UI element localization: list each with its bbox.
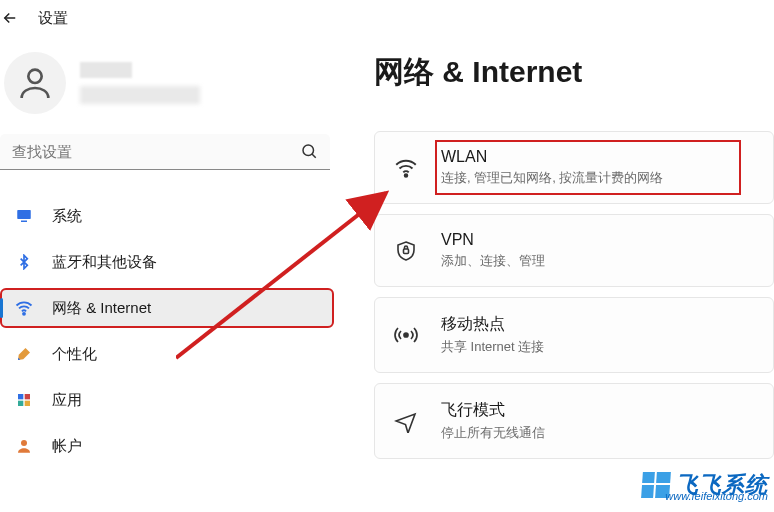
search-box[interactable] (0, 134, 330, 170)
airplane-icon (393, 409, 419, 433)
card-vpn[interactable]: VPN 添加、连接、管理 (374, 214, 774, 287)
back-icon[interactable] (0, 8, 20, 28)
nav-label: 系统 (52, 207, 82, 226)
nav-list: 系统 蓝牙和其他设备 网络 & Internet 个性化 (0, 196, 334, 466)
card-title: WLAN (441, 148, 663, 166)
svg-rect-5 (18, 394, 23, 399)
wifi-icon (14, 298, 34, 318)
monitor-icon (14, 206, 34, 226)
card-wlan[interactable]: WLAN 连接, 管理已知网络, 按流量计费的网络 (374, 131, 774, 204)
avatar (4, 52, 66, 114)
profile-name-redacted (80, 62, 200, 104)
app-title: 设置 (38, 9, 68, 28)
svg-point-1 (303, 145, 314, 156)
card-subtitle: 连接, 管理已知网络, 按流量计费的网络 (441, 169, 663, 187)
shield-lock-icon (393, 239, 419, 263)
bluetooth-icon (14, 252, 34, 272)
nav-label: 应用 (52, 391, 82, 410)
card-title: 飞行模式 (441, 400, 545, 421)
svg-point-12 (404, 333, 408, 337)
nav-label: 网络 & Internet (52, 299, 151, 318)
svg-rect-8 (25, 401, 30, 406)
search-input[interactable] (0, 134, 330, 170)
watermark-url: www.feifeixitong.com (665, 490, 768, 502)
card-airplane[interactable]: 飞行模式 停止所有无线通信 (374, 383, 774, 459)
svg-point-9 (21, 440, 27, 446)
nav-label: 蓝牙和其他设备 (52, 253, 157, 272)
svg-rect-6 (25, 394, 30, 399)
svg-point-4 (23, 313, 25, 315)
card-title: 移动热点 (441, 314, 544, 335)
nav-accounts[interactable]: 帐户 (0, 426, 334, 466)
brush-icon (14, 344, 34, 364)
nav-system[interactable]: 系统 (0, 196, 334, 236)
profile-block[interactable] (4, 52, 334, 114)
person-icon (14, 436, 34, 456)
svg-point-10 (405, 174, 408, 177)
watermark: 飞飞系统 www.feifeixitong.com (642, 470, 768, 500)
svg-rect-11 (404, 249, 409, 254)
card-subtitle: 添加、连接、管理 (441, 252, 545, 270)
sidebar: 系统 蓝牙和其他设备 网络 & Internet 个性化 (0, 34, 334, 466)
main-content: 网络 & Internet WLAN 连接, 管理已知网络, 按流量计费的网络 … (374, 34, 774, 466)
nav-label: 帐户 (52, 437, 82, 456)
wifi-icon (393, 155, 419, 181)
nav-bluetooth[interactable]: 蓝牙和其他设备 (0, 242, 334, 282)
nav-network[interactable]: 网络 & Internet (0, 288, 334, 328)
svg-rect-2 (17, 210, 31, 219)
apps-icon (14, 390, 34, 410)
card-title: VPN (441, 231, 545, 249)
nav-apps[interactable]: 应用 (0, 380, 334, 420)
svg-rect-7 (18, 401, 23, 406)
page-heading: 网络 & Internet (374, 52, 774, 93)
hotspot-icon (393, 323, 419, 347)
card-subtitle: 停止所有无线通信 (441, 424, 545, 442)
nav-personalization[interactable]: 个性化 (0, 334, 334, 374)
nav-label: 个性化 (52, 345, 97, 364)
svg-point-0 (28, 70, 41, 83)
svg-rect-3 (21, 221, 27, 223)
card-hotspot[interactable]: 移动热点 共享 Internet 连接 (374, 297, 774, 373)
card-subtitle: 共享 Internet 连接 (441, 338, 544, 356)
search-icon (300, 142, 318, 164)
